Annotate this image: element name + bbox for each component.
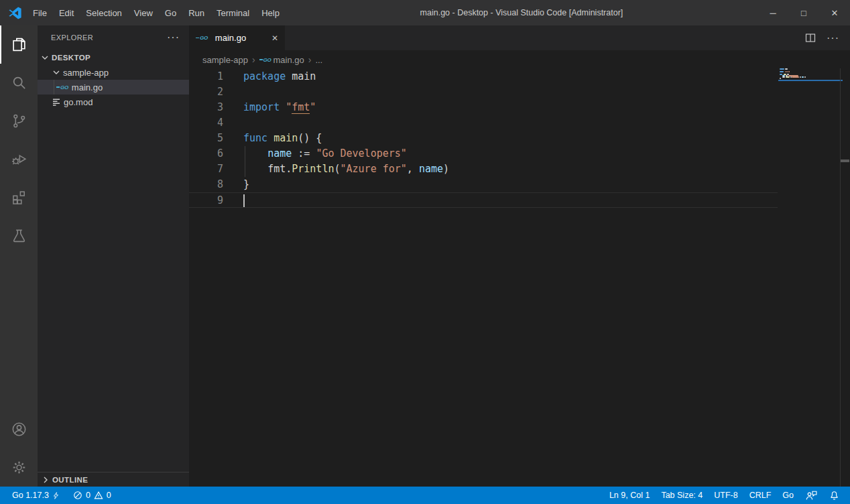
minimap-line <box>804 76 806 78</box>
file-tree: DESKTOPsample-appGOmain.gogo.mod <box>38 49 189 472</box>
go-mod-icon <box>52 98 60 106</box>
breadcrumb-main-go[interactable]: GOmain.go <box>259 55 304 65</box>
tree-item-sample-app[interactable]: sample-app <box>38 65 189 80</box>
line-text: package main <box>243 69 316 84</box>
line-number: 3 <box>189 100 223 115</box>
menu-view[interactable]: View <box>128 0 159 25</box>
activity-manage[interactable] <box>0 448 38 487</box>
minimap-line <box>780 71 784 72</box>
status-label: UTF-8 <box>714 491 737 500</box>
go-file-icon: GO <box>259 57 271 63</box>
code-editor[interactable]: 1package main23import "fmt"45func main()… <box>189 69 850 487</box>
extensions-icon <box>11 189 27 206</box>
status-bar-left: Go 1.17.300 <box>0 487 115 504</box>
close-button[interactable]: ✕ <box>819 0 850 25</box>
go-file-icon: GO <box>56 84 68 90</box>
activity-extensions[interactable] <box>0 178 38 216</box>
line-number: 5 <box>189 131 223 146</box>
activity-explorer[interactable] <box>0 25 38 64</box>
code-line-5[interactable]: 5func main() { <box>189 131 778 146</box>
close-tab-icon[interactable]: ✕ <box>271 34 278 43</box>
minimap[interactable] <box>780 68 840 98</box>
minimap-border <box>840 68 841 487</box>
line-text: fmt.Println("Azure for", name) <box>243 162 449 177</box>
menu-terminal[interactable]: Terminal <box>210 0 255 25</box>
tab-main-go[interactable]: GO main.go ✕ <box>189 25 285 50</box>
menu-go[interactable]: Go <box>159 0 182 25</box>
minimap-line <box>792 76 798 78</box>
status-indentation[interactable]: Tab Size: 4 <box>657 487 707 504</box>
account-icon <box>11 421 27 438</box>
menu-bar: FileEditSelectionViewGoRunTerminalHelp <box>27 0 286 25</box>
code-line-2[interactable]: 2 <box>189 84 778 100</box>
split-editor-button[interactable] <box>805 33 816 44</box>
editor-actions: ··· <box>805 25 850 50</box>
status-end-of-line[interactable]: CRLF <box>745 487 776 504</box>
search-icon <box>11 74 27 91</box>
explorer-title: EXPLORER <box>51 34 93 42</box>
code-line-3[interactable]: 3import "fmt" <box>189 100 778 115</box>
go-file-icon: GO <box>196 35 208 41</box>
status-label: Go <box>782 491 794 500</box>
activity-testing[interactable] <box>0 216 38 255</box>
activity-run-and-debug[interactable] <box>0 140 38 178</box>
sidebar-header: EXPLORER ··· <box>38 25 189 49</box>
code-line-6[interactable]: 6 name := "Go Developers" <box>189 146 778 162</box>
text-cursor <box>243 194 245 207</box>
code-line-8[interactable]: 8} <box>189 177 778 192</box>
chevron-separator-icon: › <box>252 54 255 65</box>
status-go-version[interactable]: Go 1.17.3 <box>8 487 64 504</box>
status-encoding[interactable]: UTF-8 <box>710 487 741 504</box>
status-notifications[interactable] <box>825 487 843 504</box>
menu-file[interactable]: File <box>27 0 53 25</box>
status-label: Tab Size: 4 <box>661 491 703 500</box>
bell-icon <box>829 491 839 501</box>
minimap-line <box>785 68 788 70</box>
editor-more-actions-button[interactable]: ··· <box>827 36 839 41</box>
title-bar: FileEditSelectionViewGoRunTerminalHelp m… <box>0 0 850 25</box>
menu-edit[interactable]: Edit <box>53 0 80 25</box>
code-line-1[interactable]: 1package main <box>189 69 778 84</box>
minimap-line <box>802 76 804 78</box>
code-line-7[interactable]: 7 fmt.Println("Azure for", name) <box>189 162 778 177</box>
minimap-line <box>788 71 790 72</box>
tree-item-main-go[interactable]: GOmain.go <box>38 80 189 94</box>
activity-accounts[interactable] <box>0 410 38 448</box>
code-line-9[interactable]: 9 <box>189 192 778 208</box>
line-number: 8 <box>189 177 223 192</box>
code-line-4[interactable]: 4 <box>189 115 778 131</box>
activity-bar-spacer <box>0 255 38 410</box>
maximize-button[interactable]: □ <box>788 0 819 25</box>
outline-section-header[interactable]: OUTLINE <box>38 472 189 487</box>
status-label: 0 <box>107 491 111 500</box>
breadcrumb--[interactable]: ... <box>315 55 322 65</box>
menu-help[interactable]: Help <box>255 0 286 25</box>
status-cursor-position[interactable]: Ln 9, Col 1 <box>605 487 654 504</box>
beaker-icon <box>11 227 27 244</box>
menu-selection[interactable]: Selection <box>80 0 127 25</box>
activity-search[interactable] <box>0 64 38 102</box>
tree-item-desktop[interactable]: DESKTOP <box>38 50 189 65</box>
status-bar-right: Ln 9, Col 1Tab Size: 4UTF-8CRLFGo <box>605 487 850 504</box>
chevron-right-icon <box>40 475 51 485</box>
status-language-mode[interactable]: Go <box>778 487 798 504</box>
line-number: 2 <box>189 84 223 100</box>
tree-item-label: go.mod <box>64 97 93 107</box>
activity-source-control[interactable] <box>0 102 38 140</box>
workbench-body: EXPLORER ··· DESKTOPsample-appGOmain.gog… <box>0 25 850 487</box>
indent-guide <box>245 162 245 177</box>
tree-item-go-mod[interactable]: go.mod <box>38 94 189 109</box>
breadcrumb-label: main.go <box>273 55 304 65</box>
chevron-down-icon <box>51 67 62 78</box>
menu-run[interactable]: Run <box>182 0 210 25</box>
explorer-more-actions-button[interactable]: ··· <box>167 34 180 41</box>
chevron-separator-icon: › <box>308 54 312 65</box>
status-bar: Go 1.17.300 Ln 9, Col 1Tab Size: 4UTF-8C… <box>0 487 850 504</box>
status-feedback[interactable] <box>801 487 822 504</box>
breadcrumb-sample-app[interactable]: sample-app <box>202 55 248 65</box>
vscode-logo-icon <box>9 7 21 19</box>
files-icon <box>11 36 27 53</box>
minimize-button[interactable]: ─ <box>757 0 788 25</box>
tab-bar: GO main.go ✕ ··· <box>189 25 850 50</box>
status-problems[interactable]: 00 <box>69 487 115 504</box>
